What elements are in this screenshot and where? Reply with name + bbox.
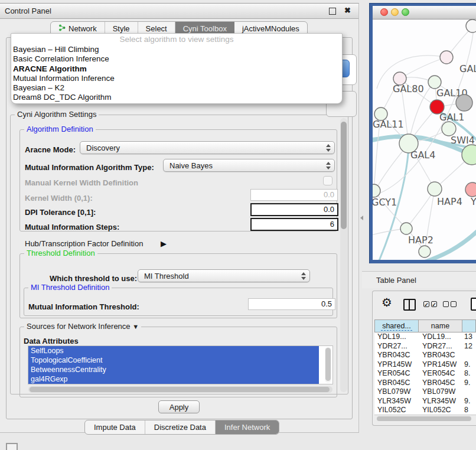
- attribute-item-topologicalcoefficient[interactable]: TopologicalCoefficient: [28, 356, 319, 365]
- column-header-name[interactable]: name: [419, 320, 462, 332]
- mac-close-icon[interactable]: [380, 8, 388, 16]
- control-panel-titlebar[interactable]: Control Panel ✖: [0, 4, 358, 19]
- table-panel-titlebar[interactable]: Table Panel: [362, 271, 476, 288]
- mi-steps-field[interactable]: 6: [250, 218, 338, 231]
- table-cell: [462, 387, 476, 397]
- table-hscrollbar-thumb[interactable]: [377, 416, 471, 421]
- dpi-tolerance-field[interactable]: 0.0: [250, 203, 338, 216]
- which-threshold-combobox[interactable]: MI Threshold: [138, 269, 310, 282]
- network-node-gcy1[interactable]: [373, 184, 380, 197]
- dropdown-items: Bayesian – Hill ClimbingBasic Correlatio…: [11, 45, 342, 103]
- aracne-mode-value: Discovery: [86, 144, 120, 152]
- apply-button[interactable]: Apply: [158, 400, 200, 413]
- network-node-hap4[interactable]: [428, 182, 442, 196]
- kernel-width-field[interactable]: 0.0: [250, 189, 338, 201]
- close-icon[interactable]: ✖: [344, 6, 351, 15]
- algorithm-option-mutual-information-inference[interactable]: Mutual Information Inference: [11, 74, 342, 83]
- new-table-icon[interactable]: [471, 298, 476, 311]
- kernel-width-label: Kernel Width (0,1):: [25, 194, 93, 203]
- dock-panel-icon[interactable]: [6, 443, 18, 450]
- algorithm-dropdown-list[interactable]: Select algorithm to view settings Bayesi…: [11, 33, 343, 104]
- list-scrollbar-thumb[interactable]: [325, 348, 331, 381]
- column-header-shared-name[interactable]: shared...: [375, 320, 419, 332]
- table-cell: 9.: [462, 360, 476, 370]
- collapse-triangle-icon[interactable]: ▼: [132, 323, 139, 330]
- table-row[interactable]: YBR043CYBR043C: [374, 351, 476, 360]
- aracne-mode-label: Aracne Mode:: [25, 145, 76, 154]
- algorithm-option-dream8-dc-tdc-algorithm[interactable]: Dream8 DC_TDC Algorithm: [11, 93, 342, 102]
- list-vertical-scrollbar[interactable]: [325, 347, 331, 383]
- table-row[interactable]: YLR345WYLR345W9.: [374, 397, 476, 406]
- combo-stepper-icon: [326, 162, 331, 169]
- settings-gear-icon[interactable]: ⚙: [382, 296, 392, 308]
- network-node-gal10[interactable]: [428, 76, 441, 89]
- deselect-all-checkbox-icon[interactable]: [443, 301, 457, 307]
- network-node-hap2[interactable]: [400, 223, 412, 234]
- tab-discretize-data[interactable]: Discretize Data: [145, 420, 216, 434]
- data-attributes-list[interactable]: SelfLoopsTopologicalCoefficientBetweenne…: [28, 345, 333, 384]
- network-node-swi4[interactable]: [442, 122, 456, 136]
- combo-stepper-icon: [326, 144, 331, 152]
- mi-type-label: Mutual Information Algorithm Type:: [25, 163, 154, 172]
- settings-scrollbar-thumb[interactable]: [341, 122, 347, 229]
- mi-threshold-field[interactable]: 0.5: [248, 298, 335, 310]
- list-horizontal-scrollbar[interactable]: [28, 386, 332, 393]
- network-node-unlabeled[interactable]: [456, 94, 472, 111]
- network-node-gal[interactable]: [440, 51, 453, 64]
- network-node-y[interactable]: [465, 182, 476, 197]
- hub-definition-label[interactable]: Hub/Transcription Factor Definition: [25, 239, 143, 248]
- split-columns-icon[interactable]: [403, 299, 416, 311]
- attribute-item-gal4rgexp[interactable]: gal4RGexp: [28, 374, 319, 384]
- float-window-icon[interactable]: [329, 8, 336, 15]
- list-hscrollbar-thumb[interactable]: [30, 387, 330, 392]
- panel-splitter-handle[interactable]: [360, 216, 363, 220]
- cp-bottom-tab-bar: Impute DataDiscretize DataInfer Network: [84, 420, 279, 435]
- algorithm-option-bayesian-hill-climbing[interactable]: Bayesian – Hill Climbing: [11, 45, 342, 54]
- algorithm-option-basic-correlation-inference[interactable]: Basic Correlation Inference: [11, 54, 342, 64]
- network-node-unlabeled[interactable]: [466, 19, 476, 32]
- algorithm-option-aracne-algorithm[interactable]: ARACNE Algorithm: [11, 64, 342, 74]
- mac-zoom-icon[interactable]: [402, 8, 409, 16]
- select-all-checkbox-icon[interactable]: ✓ ✓: [423, 301, 437, 307]
- table-cell: YIL052C: [374, 406, 418, 415]
- node-label-gcy1: GCY1: [373, 197, 397, 208]
- table-cell: 9.: [462, 379, 476, 388]
- aracne-mode-combobox[interactable]: Discovery: [80, 141, 335, 154]
- settings-vertical-scrollbar[interactable]: [340, 118, 347, 392]
- table-row[interactable]: YDL19...YDL19...13: [374, 332, 476, 342]
- algorithm-option-bayesian-k2[interactable]: Bayesian – K2: [11, 83, 342, 93]
- tab-impute-data[interactable]: Impute Data: [85, 420, 145, 434]
- mi-type-combobox[interactable]: Naive Bayes: [163, 159, 335, 172]
- attribute-item-betweennesscentrality[interactable]: BetweennessCentrality: [28, 365, 319, 374]
- table-row[interactable]: YER054CYER054C8.: [374, 369, 476, 379]
- unchecked-box-icon: [451, 301, 457, 307]
- which-threshold-value: MI Threshold: [144, 272, 189, 281]
- table-row[interactable]: YBL079WYBL079W: [374, 387, 476, 397]
- table-row[interactable]: YDR27...YDR27...12: [374, 342, 476, 351]
- table-cell: YBL079W: [418, 387, 462, 397]
- column-header-clipped[interactable]: [462, 320, 475, 332]
- network-node-unlabeled[interactable]: [419, 246, 431, 257]
- control-panel-window: Control Panel ✖ NetworkStyleSelectCyni T…: [0, 3, 359, 433]
- network-canvas[interactable]: GALGAL80GAL10GAL1GAL11SWI4GAL4GCY1HAP4YH…: [373, 19, 476, 260]
- table-row[interactable]: YIL052CYIL052C8: [374, 406, 476, 415]
- checked-box-icon: ✓: [431, 301, 437, 307]
- table-header-row: shared... name: [374, 319, 476, 332]
- mac-minimize-icon[interactable]: [391, 8, 399, 16]
- checked-box-icon: ✓: [423, 301, 429, 307]
- expand-arrow-icon[interactable]: ▶: [161, 239, 167, 248]
- combo-stepper-icon: [301, 272, 306, 280]
- manual-kernel-checkbox[interactable]: [323, 176, 332, 185]
- node-label-gal11: GAL11: [373, 119, 404, 130]
- tab-infer-network[interactable]: Infer Network: [216, 420, 279, 434]
- network-window-titlebar[interactable]: [373, 6, 476, 19]
- table-horizontal-scrollbar[interactable]: [374, 415, 476, 423]
- table-cell: 8.: [462, 369, 476, 379]
- which-threshold-label: Which threshold to use:: [50, 274, 137, 283]
- table-row[interactable]: YBR045CYBR045C9.: [374, 379, 476, 388]
- algorithm-definition-legend: Algorithm Definition: [24, 125, 96, 133]
- table-cell: YBR045C: [374, 379, 418, 388]
- table-cell: YDR27...: [418, 342, 462, 351]
- attribute-item-selfloops[interactable]: SelfLoops: [28, 346, 319, 356]
- table-row[interactable]: YPR145WYPR145W9.: [374, 360, 476, 370]
